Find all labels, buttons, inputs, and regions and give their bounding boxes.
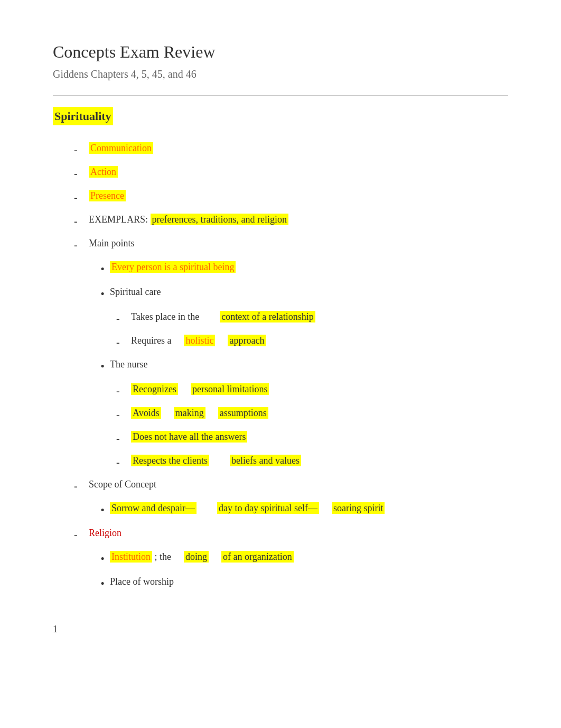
dash-icon: - bbox=[116, 310, 131, 326]
dash-icon: - bbox=[74, 189, 89, 205]
main-points-item: - Main points bbox=[74, 236, 508, 253]
avoids-label: Avoids bbox=[131, 407, 161, 419]
making-label: making bbox=[174, 407, 205, 419]
dash-icon: - bbox=[116, 430, 131, 446]
page-number: 1 bbox=[53, 624, 508, 635]
avoids-item: - Avoids making assumptions bbox=[116, 406, 508, 422]
does-not-item: - Does not have all the answers bbox=[116, 430, 508, 446]
dash-icon: - bbox=[74, 236, 89, 253]
organization-label: of an organization bbox=[221, 551, 294, 563]
bullet-dot-icon: • bbox=[95, 575, 110, 592]
presence-item: - Presence bbox=[74, 189, 508, 205]
dash-icon: - bbox=[74, 526, 89, 542]
dash-icon: - bbox=[74, 213, 89, 229]
takes-place-item: - Takes place in the context of a relati… bbox=[116, 310, 508, 326]
respects-item: - Respects the clients beliefs and value… bbox=[116, 454, 508, 470]
spiritual-care-label: Spiritual care bbox=[110, 287, 161, 297]
exemplars-prefix: EXEMPLARS: bbox=[89, 214, 151, 225]
bullet-dot-icon: • bbox=[95, 357, 110, 375]
requires-a-item: - Requires a holistic approach bbox=[116, 334, 508, 350]
religion-label: Religion bbox=[89, 528, 121, 538]
dash-icon: - bbox=[74, 141, 89, 158]
dash-icon: - bbox=[74, 477, 89, 494]
requires-a-prefix: Requires a bbox=[131, 335, 171, 346]
takes-place-highlighted: context of a relationship bbox=[220, 311, 315, 322]
main-points-label: Main points bbox=[89, 238, 135, 248]
respects-label: Respects the clients bbox=[131, 455, 209, 466]
page-subtitle: Giddens Chapters 4, 5, 45, and 46 bbox=[53, 68, 508, 80]
personal-limitations-label: personal limitations bbox=[191, 383, 269, 395]
page-title: Concepts Exam Review bbox=[53, 42, 508, 62]
section-divider bbox=[53, 95, 508, 96]
beliefs-label: beliefs and values bbox=[230, 455, 301, 466]
bullet-dot-icon: • bbox=[95, 550, 110, 567]
institution-item: • Institution ; the doing of an organiza… bbox=[95, 550, 508, 567]
institution-suffix: ; the bbox=[155, 551, 172, 562]
recognizes-item: - Recognizes personal limitations bbox=[116, 382, 508, 399]
action-label: Action bbox=[89, 166, 118, 178]
sorrow-label: Sorrow and despair— bbox=[110, 502, 197, 514]
every-person-item: • Every person is a spiritual being bbox=[95, 260, 508, 278]
scope-item: - Scope of Concept bbox=[74, 477, 508, 494]
bullet-dot-icon: • bbox=[95, 285, 110, 302]
dash-icon: - bbox=[116, 334, 131, 350]
spirituality-heading: Spirituality bbox=[53, 107, 508, 134]
exemplars-highlighted: preferences, traditions, and religion bbox=[151, 214, 288, 225]
scope-label: Scope of Concept bbox=[89, 479, 156, 490]
exemplars-item: - EXEMPLARS: preferences, traditions, an… bbox=[74, 213, 508, 229]
does-not-label: Does not have all the answers bbox=[131, 431, 247, 443]
institution-label: Institution bbox=[110, 551, 152, 563]
the-nurse-label: The nurse bbox=[110, 359, 147, 370]
takes-place-prefix: Takes place in the bbox=[131, 311, 199, 322]
action-item: - Action bbox=[74, 165, 508, 181]
day-to-day-label: day to day spiritual self— bbox=[217, 502, 319, 514]
spiritual-care-item: • Spiritual care bbox=[95, 285, 508, 302]
assumptions-label: assumptions bbox=[218, 407, 268, 419]
religion-item: - Religion bbox=[74, 526, 508, 542]
soaring-label: soaring spirit bbox=[332, 502, 385, 514]
the-nurse-item: • The nurse bbox=[95, 357, 508, 375]
holistic-label: holistic bbox=[184, 335, 215, 346]
bullet-dot-icon: • bbox=[95, 260, 110, 278]
approach-label: approach bbox=[228, 335, 266, 346]
place-worship-label: Place of worship bbox=[110, 576, 174, 587]
communication-label: Communication bbox=[89, 142, 153, 154]
recognizes-label: Recognizes bbox=[131, 383, 178, 395]
bullet-dot-icon: • bbox=[95, 501, 110, 519]
communication-item: - Communication bbox=[74, 141, 508, 158]
sorrow-item: • Sorrow and despair— day to day spiritu… bbox=[95, 501, 508, 519]
dash-icon: - bbox=[116, 406, 131, 422]
every-person-label: Every person is a spiritual being bbox=[110, 261, 236, 273]
doing-label: doing bbox=[184, 551, 209, 563]
dash-icon: - bbox=[74, 165, 89, 181]
dash-icon: - bbox=[116, 454, 131, 470]
dash-icon: - bbox=[116, 382, 131, 399]
place-worship-item: • Place of worship bbox=[95, 575, 508, 592]
spirituality-label: Spirituality bbox=[53, 107, 113, 125]
presence-label: Presence bbox=[89, 190, 126, 201]
